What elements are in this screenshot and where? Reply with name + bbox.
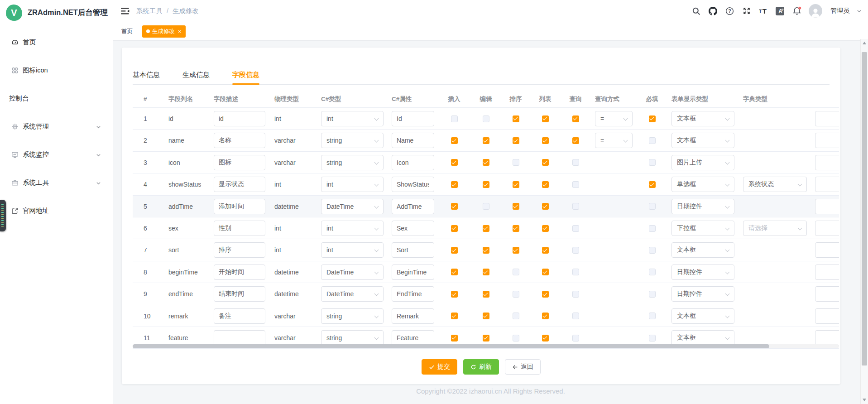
query-checkbox[interactable] <box>572 291 579 298</box>
sidebar-item-1[interactable]: 首页 <box>0 28 113 56</box>
tag-active[interactable]: 生成修改 × <box>142 25 186 38</box>
sort-checkbox[interactable] <box>513 159 519 166</box>
help-icon[interactable]: ? <box>725 6 734 16</box>
display_type-select[interactable]: 文本框 <box>671 242 734 258</box>
extra-input[interactable] <box>815 111 839 126</box>
desc-input[interactable] <box>214 199 265 214</box>
sort-checkbox[interactable] <box>513 335 519 341</box>
horizontal-scrollbar-thumb[interactable] <box>133 344 769 348</box>
extra-input[interactable] <box>815 308 839 324</box>
cprop-input[interactable] <box>392 111 434 126</box>
cprop-input[interactable] <box>392 199 434 214</box>
tab-2[interactable]: 生成信息 <box>182 66 210 84</box>
cprop-input[interactable] <box>392 221 434 236</box>
insert-checkbox[interactable] <box>451 203 458 210</box>
query-checkbox[interactable] <box>572 115 579 122</box>
cprop-input[interactable] <box>392 242 434 258</box>
cprop-input[interactable] <box>392 155 434 170</box>
required-checkbox[interactable] <box>649 203 656 210</box>
edit-checkbox[interactable] <box>483 203 489 210</box>
sort-checkbox[interactable] <box>513 137 519 144</box>
user-menu-chevron-icon[interactable] <box>857 9 862 14</box>
display_type-select[interactable]: 文本框 <box>671 133 734 148</box>
desc-input[interactable] <box>214 177 265 192</box>
refresh-button[interactable]: 刷新 <box>463 359 499 375</box>
cprop-input[interactable] <box>392 133 434 148</box>
extra-input[interactable] <box>815 221 839 236</box>
ctype-select[interactable]: string <box>321 330 384 346</box>
cprop-input[interactable] <box>392 286 434 302</box>
query-checkbox[interactable] <box>572 335 579 341</box>
display_type-select[interactable]: 文本框 <box>671 308 734 324</box>
query-checkbox[interactable] <box>572 269 579 275</box>
extra-input[interactable] <box>815 286 839 302</box>
extra-input[interactable] <box>815 242 839 258</box>
tag-home[interactable]: 首页 <box>121 28 133 35</box>
display_type-select[interactable]: 日期控件 <box>671 265 734 280</box>
list-checkbox[interactable] <box>542 159 549 166</box>
sidebar-item-5[interactable]: 系统监控 <box>0 140 113 168</box>
edit-checkbox[interactable] <box>483 181 489 188</box>
list-checkbox[interactable] <box>542 313 549 319</box>
scroll-up-arrow-icon[interactable] <box>863 42 866 44</box>
query_mode-select[interactable]: = <box>595 133 633 148</box>
tag-close-icon[interactable]: × <box>178 29 182 34</box>
ctype-select[interactable]: int <box>321 177 384 192</box>
list-checkbox[interactable] <box>542 269 549 275</box>
desc-input[interactable] <box>214 242 265 258</box>
insert-checkbox[interactable] <box>451 247 458 254</box>
query-checkbox[interactable] <box>572 203 579 210</box>
desc-input[interactable] <box>214 221 265 236</box>
sidebar-fold-icon[interactable] <box>120 6 130 16</box>
list-checkbox[interactable] <box>542 203 549 210</box>
ctype-select[interactable]: DateTime <box>321 286 384 302</box>
translate-icon[interactable]: A文 <box>775 6 785 16</box>
ctype-select[interactable]: int <box>321 221 384 236</box>
desc-input[interactable] <box>214 330 265 346</box>
insert-checkbox[interactable] <box>451 269 458 275</box>
edit-checkbox[interactable] <box>483 291 489 298</box>
edit-checkbox[interactable] <box>483 159 489 166</box>
display_type-select[interactable]: 日期控件 <box>671 199 734 214</box>
horizontal-scrollbar[interactable] <box>133 344 839 348</box>
insert-checkbox[interactable] <box>451 159 458 166</box>
ctype-select[interactable]: int <box>321 111 384 126</box>
required-checkbox[interactable] <box>649 225 656 232</box>
extra-input[interactable] <box>815 330 839 346</box>
list-checkbox[interactable] <box>542 291 549 298</box>
github-icon[interactable] <box>708 6 718 16</box>
insert-checkbox[interactable] <box>451 115 458 122</box>
sidebar-item-6[interactable]: 系统工具 <box>0 168 113 197</box>
sidebar-item-3[interactable]: 控制台 <box>0 84 113 112</box>
insert-checkbox[interactable] <box>451 225 458 232</box>
required-checkbox[interactable] <box>649 159 656 166</box>
bell-icon[interactable] <box>792 6 801 16</box>
sort-checkbox[interactable] <box>513 225 519 232</box>
user-name[interactable]: 管理员 <box>830 7 849 15</box>
search-icon[interactable] <box>691 6 701 16</box>
cprop-input[interactable] <box>392 177 434 192</box>
back-button[interactable]: 返回 <box>505 359 541 375</box>
dict_type-select[interactable]: 请选择 <box>743 221 807 236</box>
edit-checkbox[interactable] <box>483 335 489 341</box>
tab-3[interactable]: 字段信息 <box>232 66 259 84</box>
required-checkbox[interactable] <box>649 313 656 319</box>
edit-checkbox[interactable] <box>483 137 489 144</box>
extra-input[interactable] <box>815 265 839 280</box>
cprop-input[interactable] <box>392 308 434 324</box>
list-checkbox[interactable] <box>542 181 549 188</box>
required-checkbox[interactable] <box>649 269 656 275</box>
font-size-icon[interactable]: TT <box>758 6 768 16</box>
debug-panel-handle[interactable] <box>0 200 6 231</box>
query-checkbox[interactable] <box>572 137 579 144</box>
ctype-select[interactable]: DateTime <box>321 199 384 214</box>
desc-input[interactable] <box>214 286 265 302</box>
scroll-down-arrow-icon[interactable] <box>863 399 866 401</box>
list-checkbox[interactable] <box>542 225 549 232</box>
required-checkbox[interactable] <box>649 137 656 144</box>
tab-1[interactable]: 基本信息 <box>133 66 160 84</box>
display_type-select[interactable]: 日期控件 <box>671 286 734 302</box>
vertical-scrollbar[interactable] <box>860 39 868 404</box>
display_type-select[interactable]: 单选框 <box>671 177 734 192</box>
display_type-select[interactable]: 文本框 <box>671 330 734 346</box>
